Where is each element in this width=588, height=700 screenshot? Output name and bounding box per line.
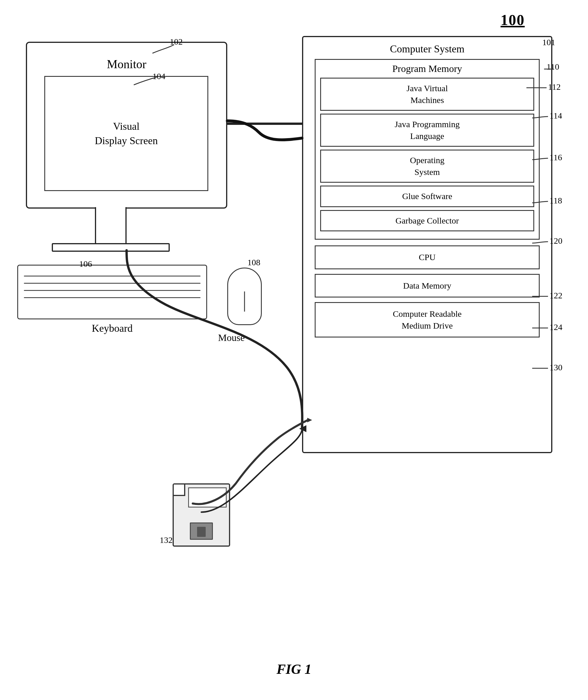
ref-106: 106 [79,259,92,269]
mouse-label: Mouse [218,332,245,343]
page: 100 Monitor Visual Display Screen Keyboa… [0,0,588,700]
floppy-disk [173,483,230,547]
data-memory-box: Data Memory [315,274,540,298]
floppy-shutter [190,522,213,540]
pm-item-os: OperatingSystem [320,150,534,183]
screen-label: Visual Display Screen [95,119,158,148]
pm-item-gc: Garbage Collector [320,210,534,232]
ref-108: 108 [247,258,260,267]
ref-118: 118 [549,196,562,205]
ref-112: 112 [548,82,561,92]
floppy-body [173,483,230,547]
ref-132: 132 [160,535,173,545]
ref-120: 120 [549,236,562,246]
floppy-corner [174,485,185,496]
monitor-box: Monitor Visual Display Screen [26,42,227,209]
pm-item-java: Java ProgrammingLanguage [320,114,534,147]
ref-114: 114 [549,111,562,121]
ref-101: 101 [542,37,555,47]
computer-readable-medium-drive-box: Computer Readable Medium Drive [315,302,540,337]
monitor-base [52,243,170,252]
ref-102: 102 [170,37,183,47]
ref-116: 116 [549,152,562,162]
ref-104: 104 [152,71,165,81]
cpu-box: CPU [315,245,540,269]
mouse-box [227,268,262,325]
keyboard-line-3 [24,290,201,291]
keyboard-box: Keyboard [17,265,207,319]
floppy-label-area [188,487,227,508]
mouse-divider [244,291,245,312]
figure-caption: FIG 1 [0,661,588,677]
keyboard-line-4 [24,297,201,298]
ref-130: 130 [549,363,562,372]
keyboard-lines [24,276,201,304]
program-memory-title: Program Memory [320,63,534,74]
computer-system-title: Computer System [309,43,545,55]
ref-124: 124 [549,322,562,332]
visual-display-screen: Visual Display Screen [44,76,208,191]
ref-110: 110 [547,62,559,72]
keyboard-line-1 [24,276,201,276]
floppy-shutter-slot [197,527,206,537]
keyboard-line-2 [24,283,201,284]
monitor-stand [95,207,127,245]
computer-system-box: Computer System Program Memory Java Virt… [302,36,552,453]
figure-number-top: 100 [501,12,525,28]
program-memory-box: Program Memory Java VirtualMachines Java… [315,59,540,240]
keyboard-label: Keyboard [18,322,206,334]
pm-item-jvm: Java VirtualMachines [320,78,534,111]
monitor-label: Monitor [27,57,226,71]
pm-item-glue: Glue Software [320,186,534,207]
ref-122: 122 [549,291,562,300]
